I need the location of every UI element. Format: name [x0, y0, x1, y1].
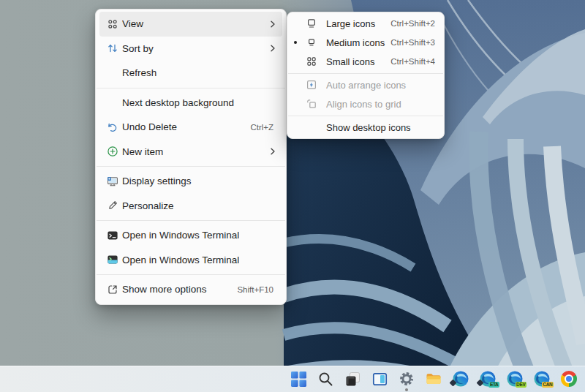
menu-item-label: Show desktop icons [326, 122, 441, 133]
chrome-icon [561, 371, 577, 387]
new-item-icon [107, 146, 118, 157]
menu-item-label: Large icons [326, 18, 390, 29]
menu-separator [97, 220, 285, 221]
menu-item-show-desktop-icons[interactable]: Show desktop icons [290, 118, 441, 137]
radio-dot-placeholder [292, 126, 299, 129]
no-icon-spacer [107, 67, 118, 79]
desktop-context-menu: ViewSort byRefreshNext desktop backgroun… [95, 9, 287, 305]
selected-radio-dot [292, 41, 299, 44]
menu-item-label: Small icons [326, 56, 390, 67]
terminal-icon [107, 230, 118, 241]
menu-item-label: New item [122, 146, 268, 157]
shortcut-label: Shift+F10 [237, 285, 273, 294]
taskbar-chrome-button[interactable] [559, 369, 578, 388]
menu-item-personalize[interactable]: Personalize [99, 194, 282, 219]
channel-badge: CAN [542, 382, 554, 388]
menu-separator [288, 116, 443, 116]
taskbar-file-explorer-button[interactable] [424, 369, 443, 388]
taskbar-settings-button[interactable] [397, 369, 416, 388]
submenu-chevron-icon [268, 146, 278, 157]
menu-item-next-desktop-background[interactable]: Next desktop background [99, 91, 282, 116]
menu-item-label: Refresh [122, 67, 282, 78]
no-icon-spacer [306, 121, 317, 133]
menu-item-label: Open in Windows Terminal [122, 255, 282, 265]
start-icon [290, 371, 307, 388]
no-icon-spacer [107, 97, 118, 108]
menu-item-show-more-options[interactable]: Show more optionsShift+F10 [99, 277, 282, 302]
menu-separator [288, 73, 443, 74]
settings-gear-icon [398, 370, 415, 388]
file-explorer-icon [425, 370, 442, 388]
menu-item-auto-arrange-icons[interactable]: Auto arrange icons [290, 75, 441, 94]
menu-separator [97, 274, 285, 275]
align-grid-icon [306, 98, 317, 110]
menu-item-open-in-windows-terminal[interactable]: Open in Windows Terminal [99, 223, 282, 248]
radio-dot-placeholder [292, 83, 299, 86]
menu-item-label: View [122, 18, 268, 29]
menu-item-large-icons[interactable]: Large iconsCtrl+Shift+2 [290, 14, 441, 33]
view-grid-icon [107, 18, 118, 30]
personalize-icon [107, 200, 118, 211]
small-icons-icon [306, 56, 317, 67]
running-app-indicator [405, 388, 408, 391]
radio-dot-placeholder [292, 102, 299, 105]
menu-item-refresh[interactable]: Refresh [99, 61, 282, 86]
taskbar-search-button[interactable] [316, 369, 335, 388]
menu-item-label: Sort by [122, 43, 268, 54]
view-submenu: Large iconsCtrl+Shift+2Medium iconsCtrl+… [287, 12, 445, 139]
menu-item-medium-icons[interactable]: Medium iconsCtrl+Shift+3 [290, 33, 441, 52]
shortcut-label: Ctrl+Z [250, 123, 273, 132]
menu-item-align-icons-to-grid[interactable]: Align icons to grid [290, 94, 441, 113]
terminal-preview-icon [107, 254, 118, 265]
undo-icon [107, 121, 118, 133]
menu-separator [97, 88, 285, 88]
menu-item-label: Personalize [122, 200, 282, 211]
taskbar-edge-dev-button[interactable]: DEV [505, 369, 524, 388]
auto-arrange-icon [306, 79, 317, 91]
shortcut-label: Ctrl+Shift+3 [390, 38, 435, 47]
menu-item-label: Auto arrange icons [326, 80, 441, 91]
menu-item-label: Open in Windows Terminal [122, 230, 282, 241]
sort-icon [107, 42, 118, 54]
taskbar-edge-canary-button[interactable]: CAN [532, 369, 551, 388]
display-settings-icon [107, 176, 118, 187]
menu-item-label: Next desktop background [122, 97, 282, 108]
menu-item-open-in-windows-terminal-preview[interactable]: Open in Windows Terminal [99, 248, 282, 273]
taskbar-widgets-button[interactable] [370, 369, 389, 388]
channel-badge: DEV [516, 382, 526, 388]
shortcut-label: Ctrl+Shift+4 [390, 57, 435, 66]
menu-item-view[interactable]: View [99, 12, 282, 37]
radio-dot-placeholder [292, 22, 299, 25]
search-icon [317, 371, 334, 388]
taskbar-edge-button[interactable] [451, 369, 470, 388]
taskbar-items: ETADEVCAN [289, 366, 578, 392]
menu-item-label: Display settings [122, 176, 282, 186]
medium-icons-icon [306, 37, 317, 48]
menu-item-new-item[interactable]: New item [99, 140, 282, 165]
widgets-icon [371, 371, 388, 388]
menu-item-undo-delete[interactable]: Undo DeleteCtrl+Z [99, 115, 282, 140]
taskbar-edge-beta-button[interactable]: ETA [478, 369, 497, 388]
taskbar-task-view-button[interactable] [343, 369, 362, 388]
menu-item-label: Show more options [122, 284, 237, 295]
taskbar: ETADEVCAN [0, 366, 585, 392]
desktop: ViewSort byRefreshNext desktop backgroun… [0, 0, 585, 392]
channel-badge: ETA [488, 382, 499, 388]
radio-dot-placeholder [292, 60, 299, 63]
menu-item-label: Align icons to grid [326, 99, 441, 110]
submenu-chevron-icon [268, 43, 278, 53]
menu-item-display-settings[interactable]: Display settings [99, 169, 282, 194]
menu-item-label: Medium icons [326, 37, 390, 48]
show-more-icon [107, 284, 118, 295]
submenu-chevron-icon [268, 19, 278, 29]
menu-item-small-icons[interactable]: Small iconsCtrl+Shift+4 [290, 52, 441, 71]
menu-item-label: Undo Delete [122, 121, 250, 132]
menu-item-sort-by[interactable]: Sort by [99, 37, 282, 61]
menu-separator [97, 166, 285, 167]
task-view-icon [344, 371, 361, 388]
edge-icon [452, 370, 469, 388]
large-icons-icon [306, 18, 317, 29]
shortcut-label: Ctrl+Shift+2 [390, 19, 435, 28]
taskbar-start-button[interactable] [289, 369, 308, 388]
